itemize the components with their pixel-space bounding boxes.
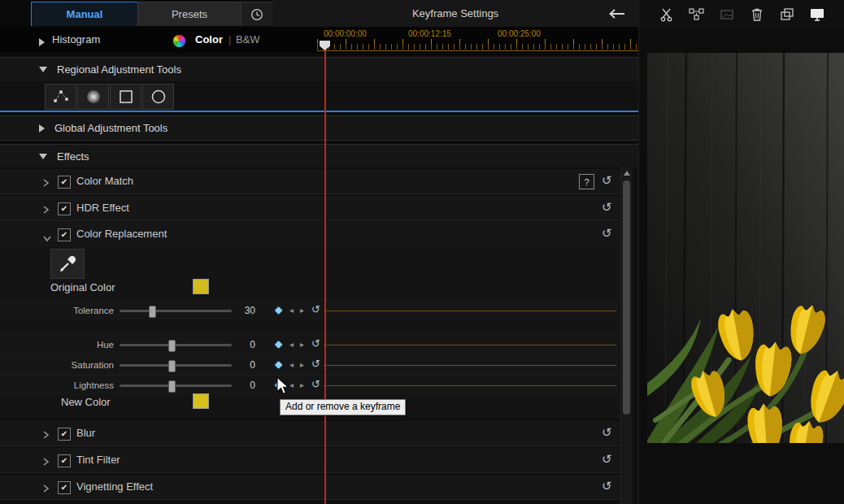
keyframe-track[interactable]: [324, 385, 616, 386]
delete-button[interactable]: [749, 7, 765, 23]
effect-row-color-replacement[interactable]: ✔ Color Replacement ↺: [0, 222, 620, 247]
undo-icon[interactable]: ↺: [311, 378, 320, 390]
original-color-swatch[interactable]: [193, 279, 209, 294]
gradient-mask-tool[interactable]: [77, 84, 109, 110]
new-color-swatch[interactable]: [193, 393, 209, 409]
option-separator: |: [228, 33, 231, 46]
lightness-slider[interactable]: [120, 385, 232, 387]
section-effects[interactable]: Effects: [0, 144, 638, 168]
split-clip-button[interactable]: [659, 7, 675, 23]
slider-handle[interactable]: [149, 306, 156, 318]
next-keyframe-icon[interactable]: ▸: [300, 306, 304, 315]
chevron-right-icon[interactable]: [42, 455, 50, 465]
slider-handle[interactable]: [168, 340, 176, 352]
prev-keyframe-icon[interactable]: ◂: [289, 306, 294, 315]
effect-row-blur[interactable]: ✔ Blur ↺: [0, 421, 620, 446]
monitor-icon: [809, 7, 825, 22]
color-match-checkbox[interactable]: ✔: [58, 176, 71, 189]
section-label: Effects: [57, 150, 89, 163]
square-mask-tool[interactable]: [110, 84, 141, 110]
collapse-arrow-icon[interactable]: [39, 154, 47, 159]
color-replacement-panel: Original Color Tolerance 30 ◆ ◂ ▸ ↺ Hue: [0, 246, 620, 418]
undo-icon[interactable]: ↺: [311, 337, 320, 350]
color-mode-option[interactable]: Color: [195, 33, 223, 46]
circle-mask-tool[interactable]: [142, 84, 174, 110]
keyframe-track[interactable]: [324, 311, 616, 311]
effect-row-color-match[interactable]: ✔ Color Match ? ↺: [0, 169, 620, 194]
chevron-down-icon[interactable]: [42, 231, 50, 241]
section-label: Regional Adjustment Tools: [57, 63, 181, 76]
keyframes-button[interactable]: [689, 7, 705, 23]
keyframe-track[interactable]: [324, 345, 616, 345]
tab-keyframe-clock[interactable]: [241, 2, 273, 26]
ruler-minor-ticks: [317, 44, 638, 50]
slider-handle[interactable]: [168, 380, 176, 393]
bw-mode-option[interactable]: B&W: [236, 33, 260, 46]
effect-row-vignetting[interactable]: ✔ Vignetting Effect ↺: [0, 475, 620, 500]
trash-icon: [750, 7, 764, 22]
mask-points-tool[interactable]: [45, 84, 76, 110]
undo-icon[interactable]: ↺: [311, 303, 320, 315]
check-icon: ✔: [61, 430, 67, 438]
prev-keyframe-icon[interactable]: ◂: [289, 340, 294, 349]
hue-slider[interactable]: [120, 344, 232, 346]
prev-keyframe-icon[interactable]: ◂: [289, 360, 294, 369]
histogram-expand-arrow[interactable]: [39, 35, 45, 50]
tulips-photo: [647, 53, 844, 443]
undo-icon[interactable]: ↺: [602, 200, 612, 215]
tab-presets[interactable]: Presets: [137, 2, 241, 26]
collapse-arrow-icon[interactable]: [39, 67, 47, 72]
blur-checkbox[interactable]: ✔: [58, 428, 71, 441]
tint-filter-checkbox[interactable]: ✔: [58, 454, 71, 467]
compare-button[interactable]: [779, 7, 795, 23]
ruler-baseline: [317, 50, 638, 51]
playhead-line[interactable]: [324, 45, 326, 504]
next-keyframe-icon[interactable]: ▸: [300, 360, 304, 369]
preview-image: [647, 53, 844, 443]
section-regional-adjustment-tools[interactable]: Regional Adjustment Tools: [0, 57, 638, 81]
hdr-effect-checkbox[interactable]: ✔: [58, 202, 71, 215]
help-icon[interactable]: ?: [579, 174, 594, 189]
scrollbar-thumb[interactable]: [623, 180, 630, 415]
vignetting-checkbox[interactable]: ✔: [58, 481, 71, 494]
slider-label: Saturation: [45, 360, 114, 370]
section-global-adjustment-tools[interactable]: Global Adjustment Tools: [0, 115, 638, 141]
tolerance-slider[interactable]: [120, 310, 232, 312]
timeline-ruler[interactable]: 00:00:00:00 00:00:12:15 00:00:25:00: [317, 27, 638, 53]
chevron-right-icon[interactable]: [42, 482, 50, 492]
tab-manual[interactable]: Manual: [31, 2, 138, 26]
undo-icon[interactable]: ↺: [602, 226, 612, 241]
check-icon: ✔: [61, 178, 67, 186]
slider-handle[interactable]: [168, 360, 176, 372]
effect-row-tint-filter[interactable]: ✔ Tint Filter ↺: [0, 448, 620, 473]
snapshot-button[interactable]: [719, 7, 735, 23]
effect-row-hdr-effect[interactable]: ✔ HDR Effect ↺: [0, 196, 620, 221]
chevron-right-icon[interactable]: [42, 428, 50, 438]
next-keyframe-icon[interactable]: ▸: [300, 340, 304, 349]
add-keyframe-icon[interactable]: ◆: [275, 358, 282, 370]
undo-icon[interactable]: ↺: [602, 173, 612, 188]
add-keyframe-icon[interactable]: ◆: [275, 338, 282, 350]
color-replacement-checkbox[interactable]: ✔: [58, 228, 71, 241]
keyframe-track[interactable]: [324, 365, 616, 366]
scroll-up-icon[interactable]: [624, 171, 630, 176]
next-keyframe-icon[interactable]: ▸: [300, 380, 304, 389]
saturation-slider[interactable]: [120, 364, 232, 367]
effect-label: Color Match: [76, 175, 133, 187]
undo-icon[interactable]: ↺: [602, 452, 612, 467]
section-label: Global Adjustment Tools: [54, 122, 167, 134]
original-color-label: Original Color: [50, 281, 115, 293]
back-button[interactable]: [606, 6, 627, 22]
monitor-button[interactable]: [809, 7, 825, 23]
chevron-right-icon[interactable]: [42, 176, 50, 186]
effects-scrollbar[interactable]: [620, 167, 633, 504]
adjustment-panel: Manual Presets Keyframe Settings Histogr…: [0, 0, 638, 504]
chevron-right-icon[interactable]: [42, 203, 50, 213]
add-keyframe-icon[interactable]: ◆: [275, 304, 282, 315]
undo-icon[interactable]: ↺: [602, 425, 612, 440]
tab-manual-label: Manual: [67, 8, 103, 20]
eyedropper-button[interactable]: [50, 249, 85, 279]
expand-arrow-icon[interactable]: [39, 124, 45, 133]
undo-icon[interactable]: ↺: [311, 358, 320, 370]
undo-icon[interactable]: ↺: [602, 479, 612, 493]
